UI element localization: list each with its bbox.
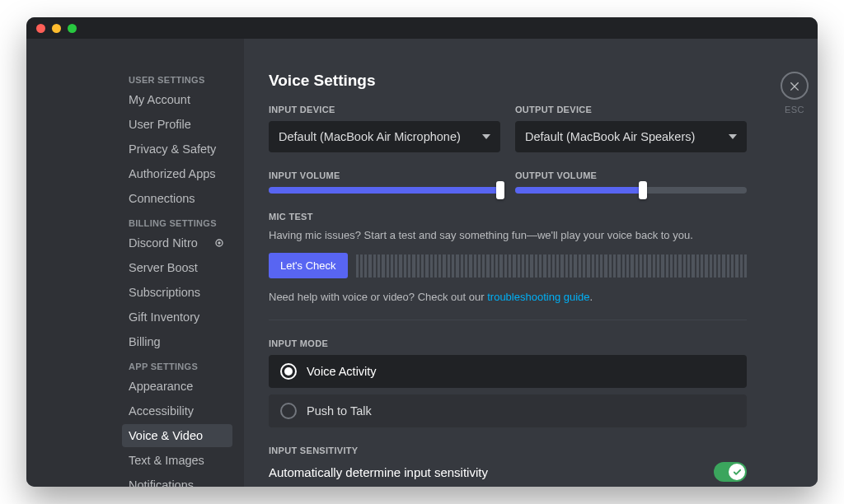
- chevron-down-icon: [482, 134, 490, 139]
- sidebar-item-label: Subscriptions: [129, 286, 200, 299]
- input-sensitivity-label: INPUT SENSITIVITY: [269, 446, 747, 455]
- slider-thumb[interactable]: [496, 181, 504, 199]
- input-volume-label: INPUT VOLUME: [269, 170, 500, 180]
- sidebar-item-label: Privacy & Safety: [129, 142, 216, 156]
- output-device-value: Default (MacBook Air Speakers): [525, 130, 695, 143]
- mic-help-footer-suffix: .: [590, 291, 593, 303]
- input-device-select[interactable]: Default (MacBook Air Microphone): [269, 121, 500, 152]
- chevron-down-icon: [729, 134, 737, 139]
- troubleshooting-link[interactable]: troubleshooting guide: [487, 291, 589, 303]
- radio-label: Voice Activity: [307, 365, 377, 378]
- traffic-light-zoom[interactable]: [68, 24, 77, 33]
- sidebar-item-label: Connections: [129, 192, 195, 205]
- close-icon: [788, 79, 801, 92]
- sidebar-item-billing[interactable]: Billing: [122, 330, 232, 353]
- input-volume-slider[interactable]: [269, 187, 500, 194]
- radio-icon: [280, 403, 297, 419]
- sidebar-item-label: Discord Nitro: [129, 236, 198, 250]
- sidebar-item-subscriptions[interactable]: Subscriptions: [122, 281, 232, 304]
- sidebar-item-user-profile[interactable]: User Profile: [122, 113, 232, 136]
- sidebar-item-server-boost[interactable]: Server Boost: [122, 256, 232, 279]
- toggle-knob: [729, 464, 745, 480]
- sidebar-item-label: Notifications: [129, 478, 194, 487]
- radio-icon: [280, 363, 297, 380]
- sidebar-item-notifications[interactable]: Notifications: [122, 474, 232, 487]
- sidebar-item-gift-inventory[interactable]: Gift Inventory: [122, 306, 232, 329]
- sidebar-item-text-images[interactable]: Text & Images: [122, 449, 232, 472]
- sidebar-item-connections[interactable]: Connections: [122, 187, 232, 210]
- sidebar-item-label: Voice & Video: [129, 429, 203, 442]
- sidebar-item-voice-video[interactable]: Voice & Video: [122, 424, 232, 447]
- sidebar-heading: USER SETTINGS: [122, 72, 232, 88]
- input-device-value: Default (MacBook Air Microphone): [279, 130, 461, 143]
- output-device-select[interactable]: Default (MacBook Air Speakers): [515, 121, 747, 152]
- mic-test-label: MIC TEST: [269, 212, 747, 222]
- sidebar-heading: BILLING SETTINGS: [122, 215, 232, 231]
- sidebar-heading: APP SETTINGS: [122, 358, 232, 375]
- sidebar-item-label: Server Boost: [129, 261, 198, 274]
- auto-sensitivity-label: Automatically determine input sensitivit…: [269, 465, 488, 479]
- mic-help-footer-prefix: Need help with voice or video? Check out…: [269, 291, 487, 303]
- sidebar-item-label: User Profile: [129, 118, 191, 131]
- divider: [269, 320, 747, 320]
- sidebar-item-accessibility[interactable]: Accessibility: [122, 399, 232, 422]
- settings-content: Voice Settings INPUT DEVICE Default (Mac…: [244, 39, 771, 487]
- sidebar-item-my-account[interactable]: My Account: [122, 88, 232, 111]
- input-device-label: INPUT DEVICE: [269, 105, 500, 114]
- output-volume-label: OUTPUT VOLUME: [515, 170, 747, 180]
- sidebar-item-label: Billing: [129, 335, 161, 348]
- sidebar-item-discord-nitro[interactable]: Discord Nitro: [122, 231, 232, 254]
- sidebar-item-authorized-apps[interactable]: Authorized Apps: [122, 162, 232, 185]
- traffic-light-close[interactable]: [36, 24, 45, 33]
- mic-test-button[interactable]: Let's Check: [269, 253, 348, 278]
- sidebar-item-label: Text & Images: [129, 454, 204, 467]
- mic-level-meter: [356, 254, 747, 278]
- sidebar-item-label: Gift Inventory: [129, 310, 199, 324]
- output-device-label: OUTPUT DEVICE: [515, 105, 747, 114]
- app-window: USER SETTINGSMy AccountUser ProfilePriva…: [26, 17, 818, 487]
- mic-test-help: Having mic issues? Start a test and say …: [269, 228, 747, 243]
- nitro-badge-icon: [213, 236, 226, 250]
- svg-point-1: [218, 241, 220, 244]
- output-volume-slider[interactable]: [515, 187, 747, 194]
- sidebar-item-appearance[interactable]: Appearance: [122, 375, 232, 398]
- sidebar-item-label: My Account: [129, 93, 190, 106]
- close-label: ESC: [785, 105, 804, 114]
- sidebar-item-label: Authorized Apps: [129, 167, 216, 180]
- radio-label: Push to Talk: [307, 404, 372, 418]
- input-mode-option-voice-activity[interactable]: Voice Activity: [269, 355, 747, 388]
- auto-sensitivity-toggle[interactable]: [714, 462, 747, 482]
- page-title: Voice Settings: [269, 72, 747, 90]
- traffic-light-minimize[interactable]: [52, 24, 61, 33]
- slider-thumb[interactable]: [639, 181, 647, 199]
- titlebar: [26, 17, 818, 39]
- close-settings-button[interactable]: [781, 72, 809, 100]
- input-mode-option-push-to-talk[interactable]: Push to Talk: [269, 394, 747, 427]
- sidebar-item-privacy-safety[interactable]: Privacy & Safety: [122, 138, 232, 161]
- sidebar-item-label: Accessibility: [129, 404, 194, 418]
- settings-sidebar: USER SETTINGSMy AccountUser ProfilePriva…: [26, 39, 244, 487]
- sidebar-item-label: Appearance: [129, 380, 193, 393]
- input-mode-label: INPUT MODE: [269, 338, 747, 348]
